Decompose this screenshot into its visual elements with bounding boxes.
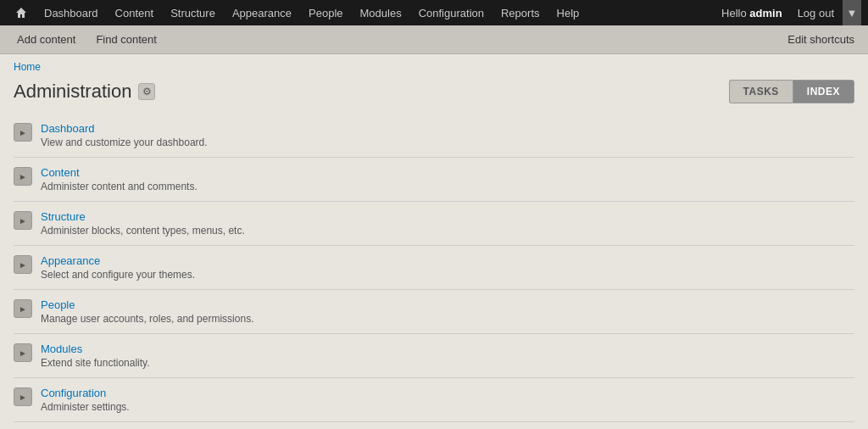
top-nav-left: Dashboard Content Structure Appearance P… [7, 0, 587, 25]
expand-arrow-people[interactable]: ► [14, 299, 32, 318]
admin-item-content-configuration: Configuration Administer settings. [41, 387, 130, 413]
admin-item-title-modules[interactable]: Modules [41, 343, 150, 355]
nav-structure[interactable]: Structure [162, 0, 224, 25]
admin-item-title-people[interactable]: People [41, 298, 253, 311]
nav-modules[interactable]: Modules [352, 0, 410, 25]
admin-item-modules: ► Modules Extend site functionality. [14, 334, 854, 378]
nav-content[interactable]: Content [107, 0, 163, 25]
admin-item-title-configuration[interactable]: Configuration [41, 387, 130, 399]
add-content-button[interactable]: Add content [7, 25, 86, 54]
nav-configuration[interactable]: Configuration [410, 0, 492, 25]
admin-item-content: ► Content Administer content and comment… [14, 158, 854, 202]
nav-appearance[interactable]: Appearance [224, 0, 300, 25]
home-breadcrumb[interactable]: Home [14, 61, 41, 73]
admin-item-structure: ► Structure Administer blocks, content t… [14, 202, 854, 246]
admin-item-content-appearance: Appearance Select and configure your the… [41, 254, 195, 281]
page-header: Administration ⚙ TASKS INDEX [0, 76, 868, 114]
top-navigation: Dashboard Content Structure Appearance P… [0, 0, 868, 25]
breadcrumb: Home [0, 54, 868, 76]
expand-arrow-appearance[interactable]: ► [14, 255, 32, 274]
admin-item-desc-structure: Administer blocks, content types, menus,… [41, 225, 245, 237]
nav-dashboard[interactable]: Dashboard [36, 0, 107, 25]
home-icon[interactable] [7, 0, 36, 25]
admin-item-content-dashboard: Dashboard View and customize your dashbo… [41, 122, 208, 148]
admin-item-desc-modules: Extend site functionality. [41, 357, 150, 369]
content-area: ► Dashboard View and customize your dash… [0, 114, 868, 422]
sec-nav-left: Add content Find content [7, 25, 167, 54]
admin-item-content-modules: Modules Extend site functionality. [41, 343, 150, 369]
admin-item-title-content[interactable]: Content [41, 166, 198, 179]
expand-arrow-structure[interactable]: ► [14, 211, 32, 230]
admin-item-content-structure: Structure Administer blocks, content typ… [41, 210, 245, 237]
edit-shortcuts-link[interactable]: Edit shortcuts [781, 33, 861, 46]
nav-people[interactable]: People [300, 0, 351, 25]
admin-item-title-dashboard[interactable]: Dashboard [41, 122, 208, 135]
page-title-row: Administration ⚙ [14, 81, 155, 103]
gear-icon[interactable]: ⚙ [138, 83, 155, 100]
tab-index[interactable]: INDEX [793, 80, 854, 103]
admin-item-content-people: People Manage user accounts, roles, and … [41, 298, 253, 325]
find-content-button[interactable]: Find content [86, 25, 167, 54]
admin-item-desc-configuration: Administer settings. [41, 401, 130, 413]
hello-text: Hello admin [715, 7, 789, 20]
expand-arrow-dashboard[interactable]: ► [14, 123, 32, 142]
admin-item-content-content: Content Administer content and comments. [41, 166, 198, 192]
admin-item-title-appearance[interactable]: Appearance [41, 254, 195, 267]
expand-arrow-modules[interactable]: ► [14, 343, 32, 362]
admin-item-dashboard: ► Dashboard View and customize your dash… [14, 114, 854, 158]
admin-item-configuration: ► Configuration Administer settings. [14, 378, 854, 422]
admin-item-appearance: ► Appearance Select and configure your t… [14, 246, 854, 290]
tab-tasks[interactable]: TASKS [729, 80, 793, 103]
username: admin [749, 7, 782, 20]
nav-help[interactable]: Help [548, 0, 588, 25]
secondary-navigation: Add content Find content Edit shortcuts [0, 25, 868, 54]
nav-reports[interactable]: Reports [492, 0, 548, 25]
page-title: Administration [14, 81, 131, 103]
admin-item-desc-appearance: Select and configure your themes. [41, 269, 195, 281]
expand-arrow-configuration[interactable]: ► [14, 387, 32, 406]
tab-buttons: TASKS INDEX [729, 80, 854, 103]
admin-item-people: ► People Manage user accounts, roles, an… [14, 290, 854, 334]
logout-button[interactable]: Log out [789, 0, 843, 25]
top-nav-right: Hello admin Log out ▼ [715, 0, 861, 25]
admin-item-desc-content: Administer content and comments. [41, 181, 198, 192]
admin-item-title-structure[interactable]: Structure [41, 210, 245, 223]
account-dropdown[interactable]: ▼ [843, 0, 861, 25]
admin-item-desc-people: Manage user accounts, roles, and permiss… [41, 313, 253, 325]
expand-arrow-content[interactable]: ► [14, 167, 32, 186]
admin-item-desc-dashboard: View and customize your dashboard. [41, 136, 208, 148]
